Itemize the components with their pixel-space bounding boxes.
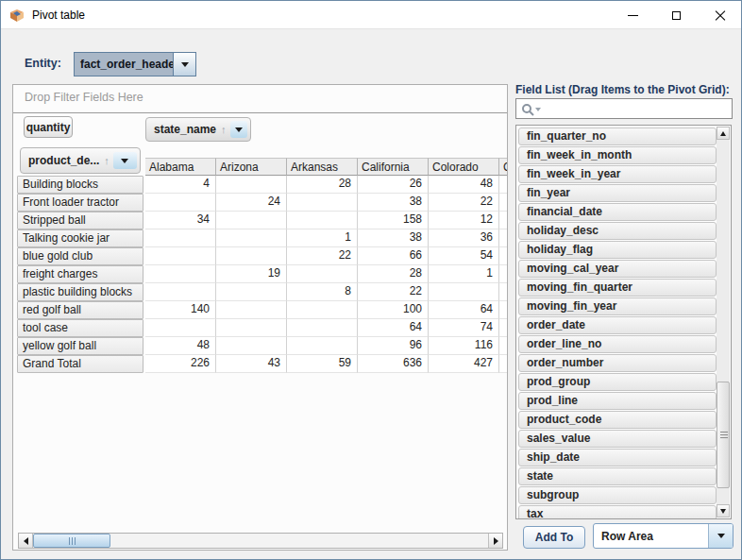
scroll-left-button[interactable] (19, 534, 33, 548)
data-cell (145, 319, 216, 337)
data-cell: 38 (358, 194, 429, 212)
scroll-up-icon (720, 131, 726, 136)
field-list-item[interactable]: tax (518, 505, 717, 519)
data-cell (216, 176, 287, 194)
row-header[interactable]: Talking cookie jar (17, 229, 143, 247)
minimize-button[interactable] (611, 1, 654, 29)
field-list-item[interactable]: fin_quarter_no (518, 127, 717, 145)
data-cell: 140 (145, 301, 216, 319)
vertical-scroll-thumb[interactable] (717, 382, 730, 488)
field-list-item[interactable]: product_code (518, 411, 717, 429)
field-list-item[interactable]: fin_year (518, 184, 717, 202)
filter-separator (13, 112, 507, 113)
field-list-item[interactable]: prod_line (518, 392, 717, 410)
row-header[interactable]: tool case (17, 319, 143, 337)
thumb-grip (69, 537, 70, 545)
field-list-item[interactable]: fin_week_in_month (518, 146, 717, 164)
row-header[interactable]: red golf ball (17, 301, 143, 319)
search-icon (521, 103, 542, 116)
row-header[interactable]: Grand Total (17, 355, 143, 373)
field-list-item[interactable]: holiday_desc (518, 222, 717, 240)
table-row: blue gold club226654 (17, 247, 507, 265)
data-cell (216, 283, 287, 301)
column-header[interactable]: Alabama (145, 158, 216, 176)
field-list-item[interactable]: moving_cal_year (518, 260, 717, 278)
target-area-dropdown-button[interactable] (708, 524, 733, 548)
vertical-scrollbar[interactable] (717, 127, 730, 518)
data-cell: 28 (287, 176, 358, 194)
maximize-button[interactable] (654, 1, 698, 29)
data-cell (216, 247, 287, 265)
row-header[interactable]: Front loader tractor (17, 194, 143, 212)
data-cell: 22 (429, 194, 499, 212)
column-header[interactable]: C (499, 158, 507, 176)
row-field-label: product_de... (28, 154, 99, 167)
data-cell (216, 301, 287, 319)
sort-ascending-icon: ↑ (104, 155, 110, 166)
row-header[interactable]: yellow golf ball (17, 337, 143, 355)
data-cell: 8 (287, 283, 358, 301)
target-area-combobox[interactable]: Row Area (593, 523, 734, 549)
measure-field-button[interactable]: quantity (24, 116, 73, 138)
field-list-item[interactable]: financial_date (518, 203, 717, 221)
horizontal-scroll-track[interactable] (33, 534, 488, 548)
column-header[interactable]: Arkansas (287, 158, 358, 176)
field-list-item[interactable]: moving_fin_year (518, 297, 717, 315)
row-header[interactable]: plastic building blocks (17, 283, 143, 301)
entity-combobox[interactable]: fact_order_header (74, 52, 196, 76)
field-search-input[interactable] (545, 100, 730, 117)
row-field-dropdown-button[interactable] (113, 152, 137, 169)
data-cell (287, 194, 358, 212)
data-cell: 54 (429, 247, 499, 265)
row-header[interactable]: Stripped ball (17, 212, 143, 229)
table-row: Stripped ball3415812 (17, 212, 507, 229)
field-list-item[interactable]: order_line_no (518, 335, 717, 353)
field-list-item[interactable]: order_date (518, 316, 717, 334)
close-button[interactable] (698, 1, 741, 29)
field-list-item[interactable]: order_number (518, 354, 717, 372)
column-header[interactable]: California (358, 158, 429, 176)
field-list-item[interactable]: subgroup (518, 486, 717, 504)
field-list-item[interactable]: state (518, 467, 717, 485)
data-cell: 38 (358, 229, 429, 247)
data-cell (145, 283, 216, 301)
data-cell (499, 212, 507, 229)
data-cell: 158 (358, 212, 429, 229)
field-list-item[interactable]: sales_value (518, 430, 717, 448)
data-cell: 19 (216, 265, 287, 283)
field-list-item[interactable]: prod_group (518, 373, 717, 391)
scroll-up-button[interactable] (717, 127, 730, 140)
scroll-right-button[interactable] (488, 534, 502, 548)
field-search-box[interactable] (515, 98, 733, 119)
data-cell: 64 (429, 301, 499, 319)
add-to-button[interactable]: Add To (523, 526, 585, 549)
field-list-item[interactable]: fin_week_in_year (518, 165, 717, 183)
filter-drop-zone[interactable]: Drop Filter Fields Here (25, 91, 143, 104)
field-list-item[interactable]: holiday_flag (518, 241, 717, 259)
row-header[interactable]: blue gold club (17, 247, 143, 265)
row-header[interactable]: freight charges (17, 265, 143, 283)
column-field-combobox[interactable]: state_name ↑ (145, 117, 251, 142)
data-cell (429, 283, 499, 301)
field-list-item[interactable]: moving_fin_quarter (518, 279, 717, 297)
field-list-item[interactable]: ship_date (518, 449, 717, 467)
data-cell (216, 212, 287, 229)
data-cell (287, 212, 358, 229)
data-cell (216, 229, 287, 247)
data-cell: 1 (429, 265, 499, 283)
column-header[interactable]: Arizona (216, 158, 287, 176)
table-row: freight charges19281 (17, 265, 507, 283)
column-header[interactable]: Colorado (429, 158, 499, 176)
scroll-down-icon (720, 509, 726, 514)
data-cell: 34 (145, 212, 216, 229)
entity-dropdown-button[interactable] (173, 53, 195, 76)
scroll-right-icon (494, 537, 498, 545)
row-header[interactable]: Building blocks (17, 176, 143, 194)
scroll-down-button[interactable] (717, 504, 730, 518)
column-field-dropdown-button[interactable] (230, 121, 247, 138)
horizontal-scrollbar[interactable] (18, 533, 503, 549)
horizontal-scroll-thumb[interactable] (33, 534, 110, 548)
chevron-down-icon (235, 127, 243, 132)
data-cell (499, 319, 507, 337)
row-field-combobox[interactable]: product_de... ↑ (20, 147, 141, 174)
